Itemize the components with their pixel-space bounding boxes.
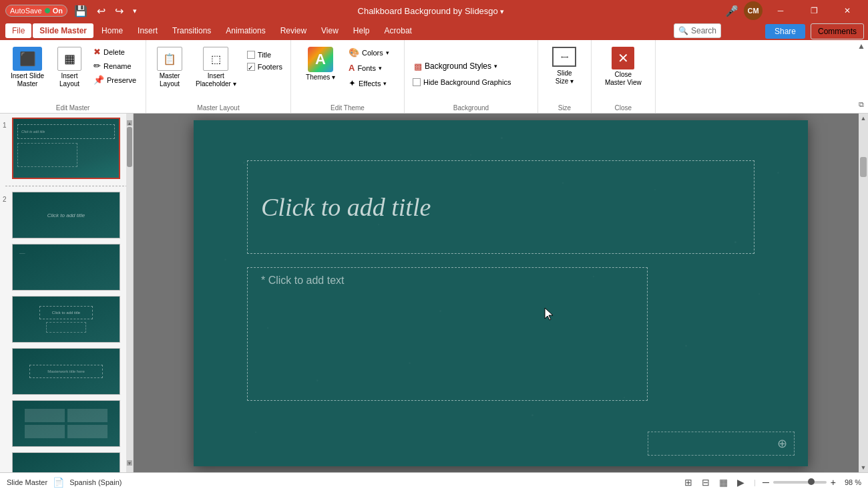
effects-button[interactable]: ✦ Effects ▾ — [343, 76, 395, 90]
canvas-scrollbar-v[interactable]: ▲ ▼ — [859, 114, 868, 472]
language-label[interactable]: Spanish (Spain) — [69, 478, 122, 486]
background-label: Background — [453, 102, 489, 112]
background-expand-button[interactable]: ⧉ — [859, 100, 864, 109]
close-master-view-button[interactable]: ✕ CloseMaster View — [597, 44, 650, 90]
slide-item-4[interactable]: Click to add title — [3, 296, 130, 343]
content-placeholder[interactable]: * Click to add text — [247, 267, 648, 401]
menu-help[interactable]: Help — [347, 23, 377, 38]
panel-scrollbar[interactable]: ▲ ▼ — [126, 114, 133, 472]
redo-icon[interactable]: ↪ — [112, 3, 126, 19]
save-icon[interactable]: 💾 — [71, 3, 90, 19]
slide-item-2[interactable]: 2 Click to add title — [3, 192, 130, 238]
slide-size-icon: ⟷ — [552, 47, 576, 67]
slide-canvas: Click to add title * Click to add text ⊕ — [194, 120, 808, 466]
main-area: 1 Click to add title 2 Click to add titl… — [0, 114, 868, 472]
title-placeholder-text: Click to add title — [261, 192, 431, 222]
title-placeholder[interactable]: Click to add title — [247, 160, 754, 254]
scroll-down-button[interactable]: ▼ — [859, 463, 868, 472]
colors-icon: 🎨 — [349, 47, 359, 57]
ribbon-group-edit-master: ⬛ Insert SlideMaster ▦ InsertLayout ✖ De… — [0, 40, 146, 113]
insert-placeholder-button[interactable]: ⬚ InsertPlaceholder ▾ — [190, 44, 242, 91]
master-layout-button[interactable]: 📋 MasterLayout — [152, 44, 188, 91]
footer-placeholder[interactable]: ⊕ — [648, 432, 795, 456]
preserve-button[interactable]: 📌 Preserve — [89, 73, 140, 86]
title-checkbox[interactable]: Title — [244, 49, 285, 60]
rename-icon: ✏ — [93, 61, 101, 71]
slide-thumb-1[interactable]: Click to add title — [12, 118, 120, 179]
insert-slide-master-button[interactable]: ⬛ Insert SlideMaster — [5, 44, 49, 91]
undo-icon[interactable]: ↩ — [94, 3, 108, 19]
close-button[interactable]: ✕ — [832, 0, 863, 21]
slide-item-1[interactable]: 1 Click to add title — [3, 118, 130, 179]
comments-button[interactable]: Comments — [811, 23, 864, 39]
slide-thumb-4[interactable]: Click to add title — [12, 296, 120, 343]
zoom-out-button[interactable]: ─ — [763, 477, 769, 488]
delete-button[interactable]: ✖ Delete — [89, 45, 140, 58]
search-box[interactable]: 🔍 Search — [674, 23, 721, 38]
footers-cb-icon — [247, 63, 255, 71]
master-layout-label: Master Layout — [197, 102, 239, 112]
user-avatar[interactable]: CM — [744, 1, 763, 20]
quick-access-more[interactable]: ▾ — [130, 5, 140, 17]
ribbon-group-background: ▩ Background Styles ▾ Hide Background Gr… — [405, 40, 538, 113]
slide-sorter-button[interactable]: ⊟ — [699, 476, 712, 489]
normal-view-button[interactable]: ⊞ — [682, 476, 695, 489]
slide-item-3[interactable]: ── — [3, 244, 130, 291]
slide-item-7[interactable] — [3, 452, 130, 472]
zoom-percent-label[interactable]: 98 % — [840, 478, 861, 486]
footers-checkbox[interactable]: Footers — [244, 61, 285, 72]
ribbon-group-master-layout: 📋 MasterLayout ⬚ InsertPlaceholder ▾ Tit… — [146, 40, 291, 113]
menu-home[interactable]: Home — [95, 23, 130, 38]
scroll-up-button[interactable]: ▲ — [859, 114, 868, 123]
slide-item-5[interactable]: Masterwork title here — [3, 348, 130, 395]
slide-size-button[interactable]: ⟷ SlideSize ▾ — [547, 44, 582, 88]
window-title: Chalkboard Background by Slidesgo ▾ — [140, 6, 722, 16]
slide-thumb-6[interactable] — [12, 400, 120, 447]
background-styles-button[interactable]: ▩ Background Styles ▾ — [410, 59, 501, 74]
insert-layout-button[interactable]: ▦ InsertLayout — [52, 44, 87, 91]
menu-acrobat[interactable]: Acrobat — [378, 23, 419, 38]
status-bar: Slide Master 📄 Spanish (Spain) ⊞ ⊟ ▦ ▶ |… — [0, 472, 868, 491]
menu-view[interactable]: View — [314, 23, 345, 38]
zoom-in-button[interactable]: + — [831, 477, 836, 488]
menu-file[interactable]: File — [5, 23, 31, 38]
close-group-label: Close — [615, 102, 632, 112]
colors-button[interactable]: 🎨 Colors ▾ — [343, 45, 395, 59]
autosave-toggle[interactable]: AutoSave On — [5, 5, 67, 17]
menu-bar: File Slide Master Home Insert Transition… — [0, 21, 868, 40]
cursor — [544, 307, 556, 323]
themes-button[interactable]: A Themes ▾ — [300, 44, 341, 84]
insert-layout-icon: ▦ — [57, 47, 81, 71]
title-bar: AutoSave On 💾 ↩ ↪ ▾ Chalkboard Backgroun… — [0, 0, 868, 21]
slide-panel: 1 Click to add title 2 Click to add titl… — [0, 114, 134, 472]
preserve-icon: 📌 — [93, 75, 104, 85]
hide-background-checkbox[interactable]: Hide Background Graphics — [410, 77, 513, 88]
minimize-button[interactable]: ─ — [765, 0, 796, 21]
zoom-thumb[interactable] — [808, 478, 815, 485]
slide-item-6[interactable] — [3, 400, 130, 447]
slide-thumb-2[interactable]: Click to add title — [12, 192, 120, 238]
title-bar-right: 🎤 CM ─ ❐ ✕ — [722, 0, 863, 21]
reading-view-button[interactable]: ▦ — [716, 476, 730, 489]
slide-thumb-5[interactable]: Masterwork title here — [12, 348, 120, 395]
slide-thumb-7[interactable] — [12, 452, 120, 472]
menu-slide-master[interactable]: Slide Master — [33, 23, 93, 38]
menu-review[interactable]: Review — [274, 23, 313, 38]
ribbon-collapse-button[interactable]: ▲ — [857, 41, 865, 51]
share-button[interactable]: Share — [765, 24, 805, 39]
menu-animations[interactable]: Animations — [219, 23, 272, 38]
menu-insert[interactable]: Insert — [131, 23, 164, 38]
scroll-thumb-v[interactable] — [860, 157, 867, 177]
slide-thumb-3[interactable]: ── — [12, 244, 120, 291]
status-right: ⊞ ⊟ ▦ ▶ | ─ + 98 % — [682, 476, 861, 489]
fonts-button[interactable]: A Fonts ▾ — [343, 61, 395, 75]
zoom-slider[interactable] — [773, 481, 827, 484]
slideshow-button[interactable]: ▶ — [734, 476, 747, 489]
content-placeholder-text: * Click to add text — [261, 275, 345, 287]
notes-icon[interactable]: 📄 — [53, 477, 64, 488]
menu-transitions[interactable]: Transitions — [166, 23, 218, 38]
themes-icon: A — [308, 47, 333, 72]
mic-icon[interactable]: 🎤 — [722, 3, 741, 19]
rename-button[interactable]: ✏ Rename — [89, 59, 140, 72]
restore-button[interactable]: ❐ — [799, 0, 829, 21]
